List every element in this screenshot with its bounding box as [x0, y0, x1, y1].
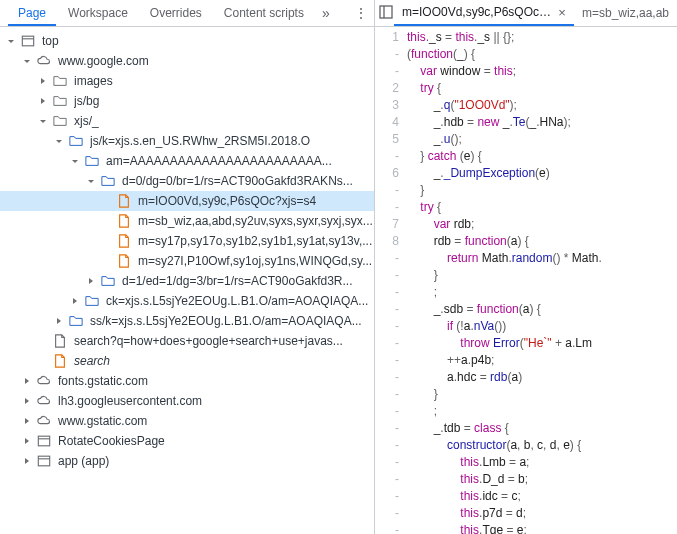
code-line: constructor(a, b, c, d, e) { [407, 437, 677, 454]
gutter-line: 4 [375, 114, 399, 131]
gutter-line: - [375, 386, 399, 403]
gutter-line: 2 [375, 80, 399, 97]
file-icon [116, 193, 132, 209]
tree-item[interactable]: RotateCookiesPage [0, 431, 374, 451]
tree-item[interactable]: search?q=how+does+google+search+use+java… [0, 331, 374, 351]
code-line: } [407, 182, 677, 199]
gutter-line: - [375, 63, 399, 80]
editor-tab-1[interactable]: m=IOO0Vd,sy9c,P6sQOc?xjs=s4 × [394, 0, 574, 26]
tree-item[interactable]: m=sy17p,sy17o,sy1b2,sy1b1,sy1at,sy13v,..… [0, 231, 374, 251]
tree-item[interactable]: d=0/dg=0/br=1/rs=ACT90oGakfd3RAKNs... [0, 171, 374, 191]
tree-item[interactable]: search [0, 351, 374, 371]
code-line: var window = this; [407, 63, 677, 80]
twisty-icon[interactable] [52, 134, 66, 148]
svg-rect-4 [38, 456, 49, 466]
twisty-icon[interactable] [36, 94, 50, 108]
code-line: try { [407, 80, 677, 97]
folder-icon [100, 273, 116, 289]
gutter-line: - [375, 301, 399, 318]
tree-item[interactable]: m=sb_wiz,aa,abd,sy2uv,syxs,syxr,syxj,syx… [0, 211, 374, 231]
code-line: ; [407, 403, 677, 420]
code-line: this.p7d = d; [407, 505, 677, 522]
twisty-spacer [100, 254, 114, 268]
twisty-icon[interactable] [20, 414, 34, 428]
tree-item[interactable]: am=AAAAAAAAAAAAAAAAAAAAAAAA... [0, 151, 374, 171]
tab-content-scripts[interactable]: Content scripts [214, 1, 314, 25]
navigator-toggle-icon[interactable] [379, 5, 394, 22]
tree-item[interactable]: lh3.googleusercontent.com [0, 391, 374, 411]
code-line: return Math.random() * Math. [407, 250, 677, 267]
tab-page[interactable]: Page [8, 1, 56, 26]
twisty-spacer [36, 334, 50, 348]
twisty-icon[interactable] [68, 154, 82, 168]
tab-workspace[interactable]: Workspace [58, 1, 138, 25]
code-line: this.Tge = e; [407, 522, 677, 534]
twisty-icon[interactable] [20, 434, 34, 448]
tree-item[interactable]: js/bg [0, 91, 374, 111]
gutter-line: - [375, 318, 399, 335]
tree-item[interactable]: www.gstatic.com [0, 411, 374, 431]
twisty-icon[interactable] [36, 114, 50, 128]
gutter-line: - [375, 352, 399, 369]
tree-item[interactable]: ss/k=xjs.s.L5sjYe2EOUg.L.B1.O/am=AOAQIAQ… [0, 311, 374, 331]
window-icon [36, 453, 52, 469]
tree-item[interactable]: m=IOO0Vd,sy9c,P6sQOc?xjs=s4 [0, 191, 374, 211]
code-line: throw Error("He`" + a.Lm [407, 335, 677, 352]
twisty-icon[interactable] [20, 454, 34, 468]
twisty-icon[interactable] [20, 394, 34, 408]
twisty-icon[interactable] [20, 54, 34, 68]
twisty-icon[interactable] [84, 274, 98, 288]
tree-item[interactable]: d=1/ed=1/dg=3/br=1/rs=ACT90oGakfd3R... [0, 271, 374, 291]
twisty-icon[interactable] [68, 294, 82, 308]
code-line: var rdb; [407, 216, 677, 233]
twisty-icon[interactable] [20, 374, 34, 388]
tab-overflow-button[interactable]: » [316, 5, 336, 21]
code-line: this.idc = c; [407, 488, 677, 505]
tree-item[interactable]: top [0, 31, 374, 51]
code-line: a.hdc = rdb(a) [407, 369, 677, 386]
gutter-line: 3 [375, 97, 399, 114]
tree-item-label: js/k=xjs.s.en_US.RWhw_2RSM5I.2018.O [90, 134, 310, 148]
twisty-spacer [100, 194, 114, 208]
code-content[interactable]: this._s = this._s || {};(function(_) { v… [407, 27, 677, 534]
tree-item[interactable]: fonts.gstatic.com [0, 371, 374, 391]
kebab-menu-button[interactable]: ⋮ [348, 5, 374, 21]
folder-icon [52, 73, 68, 89]
gutter: 1--2345-6--78----------------- [375, 27, 407, 534]
gutter-line: - [375, 284, 399, 301]
code-line: ; [407, 284, 677, 301]
tree-item[interactable]: app (app) [0, 451, 374, 471]
tree-item[interactable]: www.google.com [0, 51, 374, 71]
twisty-icon[interactable] [84, 174, 98, 188]
cloud-icon [36, 53, 52, 69]
tab-overrides[interactable]: Overrides [140, 1, 212, 25]
gutter-line: - [375, 420, 399, 437]
file-icon [116, 233, 132, 249]
tree-item-label: ck=xjs.s.L5sjYe2EOUg.L.B1.O/am=AOAQIAQA.… [106, 294, 368, 308]
tree-item[interactable]: xjs/_ [0, 111, 374, 131]
code-line: rdb = function(a) { [407, 233, 677, 250]
editor-tab-label: m=sb_wiz,aa,ab [582, 6, 669, 20]
twisty-icon[interactable] [4, 34, 18, 48]
tree-item-label: xjs/_ [74, 114, 99, 128]
tree-item-label: RotateCookiesPage [58, 434, 165, 448]
tree-item[interactable]: images [0, 71, 374, 91]
tree-item-label: m=sy17p,sy17o,sy1b2,sy1b1,sy1at,sy13v,..… [138, 234, 372, 248]
gutter-line: - [375, 505, 399, 522]
editor-tab-2[interactable]: m=sb_wiz,aa,ab [574, 0, 677, 26]
folder-icon [52, 113, 68, 129]
tree-item[interactable]: m=sy27I,P10Owf,sy1oj,sy1ns,WINQGd,sy... [0, 251, 374, 271]
gutter-line: - [375, 199, 399, 216]
close-icon[interactable]: × [558, 5, 566, 20]
gutter-line: - [375, 148, 399, 165]
code-editor[interactable]: 1--2345-6--78----------------- this._s =… [375, 27, 677, 534]
tree-item-label: www.gstatic.com [58, 414, 147, 428]
code-line: _._DumpException(e) [407, 165, 677, 182]
twisty-icon[interactable] [52, 314, 66, 328]
tree-item[interactable]: ck=xjs.s.L5sjYe2EOUg.L.B1.O/am=AOAQIAQA.… [0, 291, 374, 311]
gutter-line: - [375, 369, 399, 386]
twisty-icon[interactable] [36, 74, 50, 88]
window-icon [20, 33, 36, 49]
tree-item[interactable]: js/k=xjs.s.en_US.RWhw_2RSM5I.2018.O [0, 131, 374, 151]
tree-item-label: ss/k=xjs.s.L5sjYe2EOUg.L.B1.O/am=AOAQIAQ… [90, 314, 362, 328]
